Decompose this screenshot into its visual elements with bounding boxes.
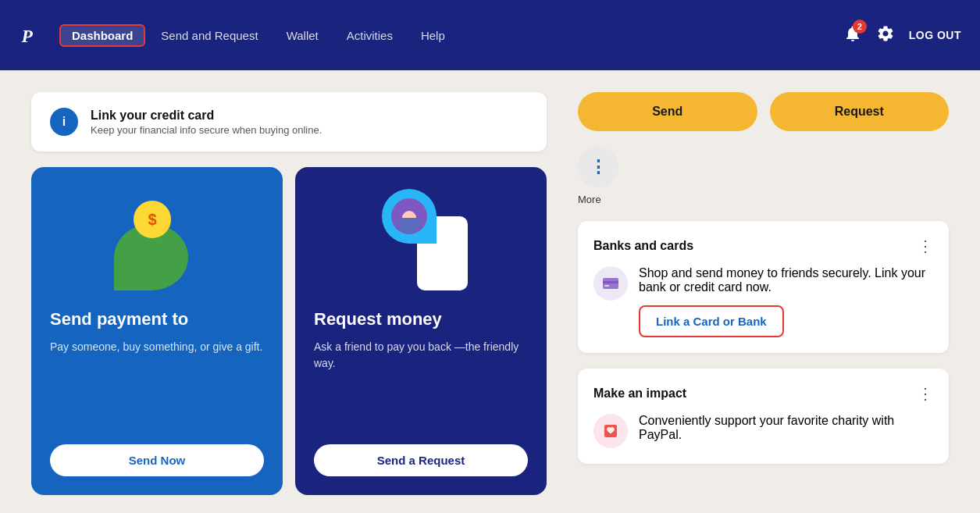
impact-section-menu[interactable]: ⋮ (918, 384, 933, 403)
banks-section-content: Shop and send money to friends securely.… (593, 266, 933, 337)
notification-badge: 2 (853, 20, 867, 34)
nav-dashboard[interactable]: Dashboard (59, 24, 145, 47)
info-banner: i Link your credit card Keep your financ… (31, 92, 547, 151)
banks-section-title: Banks and cards (593, 239, 693, 253)
info-title: Link your credit card (91, 109, 322, 123)
left-panel: i Link your credit card Keep your financ… (31, 92, 547, 495)
banks-section-header: Banks and cards ⋮ (593, 237, 933, 255)
send-now-button[interactable]: Send Now (50, 444, 264, 476)
info-description: Keep your financial info secure when buy… (91, 124, 322, 136)
request-money-card: Request money Ask a friend to pay you ba… (295, 167, 547, 495)
send-card-title: Send payment to (50, 309, 188, 330)
nav-send-request[interactable]: Send and Request (148, 24, 270, 47)
paypal-logo: P (19, 21, 47, 49)
link-card-bank-button[interactable]: Link a Card or Bank (639, 305, 784, 337)
nav-help[interactable]: Help (408, 24, 458, 47)
banks-section: Banks and cards ⋮ Shop and send money to… (578, 221, 949, 353)
send-illustration: $ (50, 189, 264, 290)
more-button[interactable]: ⋮ (578, 147, 618, 187)
cards-row: $ Send payment to Pay someone, buy somet… (31, 167, 547, 495)
impact-section: Make an impact ⋮ Conveniently support yo… (578, 369, 949, 464)
banks-section-menu[interactable]: ⋮ (918, 237, 933, 255)
nav-activities[interactable]: Activities (334, 24, 405, 47)
request-card-title: Request money (314, 309, 442, 330)
more-section: ⋮ More (578, 147, 949, 205)
send-card-description: Pay someone, buy something, or give a gi… (50, 339, 262, 426)
request-card-description: Ask a friend to pay you back —the friend… (314, 339, 528, 426)
header-right: 2 LOG OUT (843, 24, 961, 46)
banks-description: Shop and send money to friends securely.… (639, 266, 933, 294)
impact-section-text: Conveniently support your favorite chari… (639, 414, 933, 442)
more-dots-icon: ⋮ (590, 157, 607, 177)
main-nav: Dashboard Send and Request Wallet Activi… (59, 24, 458, 47)
notification-button[interactable]: 2 (843, 24, 862, 46)
impact-section-header: Make an impact ⋮ (593, 384, 933, 403)
req-illus (370, 189, 472, 290)
impact-description: Conveniently support your favorite chari… (639, 414, 933, 442)
bank-icon (593, 266, 628, 301)
main-content: i Link your credit card Keep your financ… (0, 70, 980, 513)
send-request-button[interactable]: Send a Request (314, 444, 528, 476)
send-payment-card: $ Send payment to Pay someone, buy somet… (31, 167, 283, 495)
send-illus: $ (110, 197, 204, 290)
charity-icon (593, 414, 628, 448)
header: P Dashboard Send and Request Wallet Acti… (0, 0, 980, 70)
svg-rect-2 (603, 281, 618, 283)
svg-rect-3 (604, 285, 609, 287)
settings-button[interactable] (876, 24, 895, 46)
nav-wallet[interactable]: Wallet (274, 24, 331, 47)
right-panel: Send Request ⋮ More Banks and cards ⋮ (578, 92, 949, 495)
banks-section-text: Shop and send money to friends securely.… (639, 266, 933, 337)
more-label: More (578, 194, 601, 205)
info-text: Link your credit card Keep your financia… (91, 109, 322, 136)
send-button[interactable]: Send (578, 92, 757, 131)
request-button[interactable]: Request (770, 92, 950, 131)
impact-section-content: Conveniently support your favorite chari… (593, 414, 933, 448)
info-icon: i (50, 108, 78, 136)
logout-button[interactable]: LOG OUT (909, 29, 961, 41)
impact-section-title: Make an impact (593, 387, 686, 401)
svg-text:P: P (21, 26, 34, 46)
request-illustration (314, 189, 528, 290)
action-buttons: Send Request (578, 92, 949, 131)
